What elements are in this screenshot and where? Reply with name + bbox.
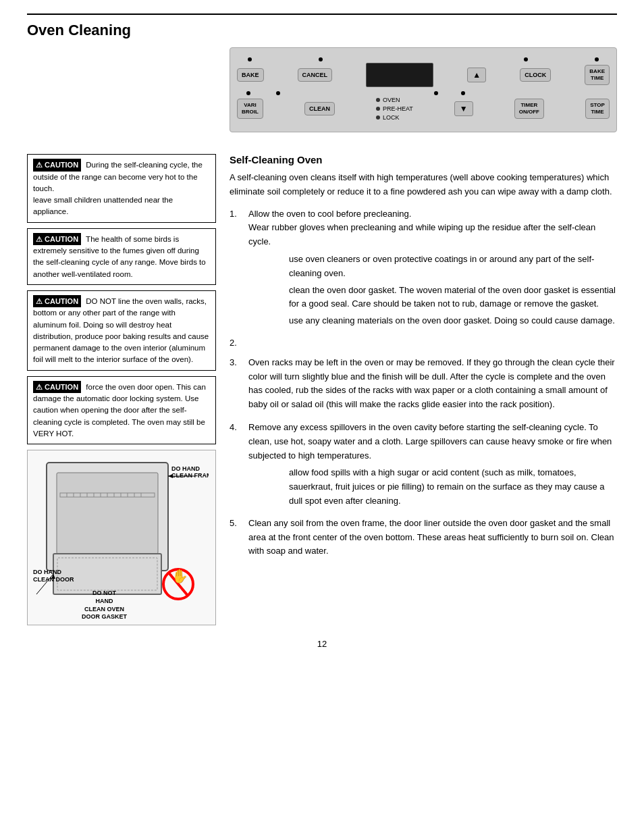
step-4-sub-1: allow food spills with a high sugar or a… (248, 466, 617, 508)
caution-box-2: ⚠CAUTION The health of some birds is ext… (27, 228, 216, 285)
step-4: 4. Remove any excess spillovers in the o… (230, 421, 617, 511)
bake-time-button[interactable]: BAKETIME (585, 65, 610, 84)
dot-clock (524, 57, 528, 61)
svg-text:✋: ✋ (171, 568, 188, 584)
caution-label-1: ⚠CAUTION (33, 159, 81, 172)
dot-clean (276, 91, 280, 95)
dot-timer (434, 91, 438, 95)
lock-indicator: LOCK (376, 114, 413, 121)
step-5: 5. Clean any soil from the oven frame, t… (230, 517, 617, 562)
display-screen (366, 63, 433, 87)
dot-cancel (319, 57, 323, 61)
page-number: 12 (27, 639, 617, 649)
dot-varibroil (246, 91, 250, 95)
left-content: ⚠CAUTION During the self-cleaning cycle,… (27, 154, 216, 625)
right-column: BAKE CANCEL ▲ CLOCK BAKETIME VARIBROIL C… (230, 47, 617, 142)
self-cleaning-intro: A self-cleaning oven cleans itself with … (230, 171, 617, 199)
preheat-label: PRE-HEAT (383, 105, 413, 112)
caution-box-3: ⚠CAUTION DO NOT line the oven walls, rac… (27, 290, 216, 371)
page-title: Oven Cleaning (27, 22, 617, 39)
caution-label-3: ⚠CAUTION (33, 295, 81, 308)
timer-on-off-button[interactable]: TIMERON/OFF (514, 99, 544, 118)
up-arrow-button[interactable]: ▲ (467, 68, 486, 82)
preheat-indicator: PRE-HEAT (376, 105, 413, 112)
dot-stoptime (461, 91, 465, 95)
label-hand-clean-door: DO HANDCLEAN DOOR (33, 569, 74, 584)
top-section: BAKE CANCEL ▲ CLOCK BAKETIME VARIBROIL C… (27, 47, 617, 142)
step-2: 2. (230, 336, 617, 350)
clock-button[interactable]: CLOCK (520, 68, 551, 82)
caution-triangle-2: ⚠ (36, 234, 43, 245)
down-arrow-button[interactable]: ▼ (454, 101, 473, 116)
step-num-5: 5. (230, 517, 243, 562)
step-1-sub-3: use any cleaning materials on the oven d… (248, 314, 617, 328)
control-panel-diagram: BAKE CANCEL ▲ CLOCK BAKETIME VARIBROIL C… (230, 47, 617, 132)
lock-dot (376, 115, 380, 120)
main-content: ⚠CAUTION During the self-cleaning cycle,… (27, 154, 617, 625)
step-content-1: Allow the oven to cool before precleanin… (248, 207, 617, 331)
caution-triangle-1: ⚠ (36, 159, 43, 171)
svg-rect-1 (57, 473, 158, 554)
step-content-3: Oven racks may be left in the oven or ma… (248, 356, 617, 415)
panel-row-2: VARIBROIL CLEAN OVEN PRE-HEAT LOCK (237, 97, 610, 121)
step-num-1: 1. (230, 207, 243, 331)
svg-text:CLEAN FRAME: CLEAN FRAME (171, 472, 209, 479)
step-4-line-1: Remove any excess spillovers in the oven… (248, 421, 617, 463)
step-1-sub-2: clean the oven door gasket. The woven ma… (248, 284, 617, 312)
preheat-dot (376, 107, 380, 111)
oven-diagram: ✋ DO HAND CLEAN FRAME DO HANDCLEAN DOOR … (27, 450, 216, 625)
oven-label: OVEN (383, 97, 400, 103)
dot-bake (248, 57, 252, 61)
top-dots-row (237, 57, 610, 61)
caution-triangle-4: ⚠ (36, 382, 43, 393)
clean-button[interactable]: CLEAN (304, 102, 335, 116)
label-do-not-hand-clean: DO NOTHANDCLEAN OVENDOOR GASKET (82, 590, 127, 621)
lock-label: LOCK (383, 114, 400, 121)
steps-list: 1. Allow the oven to cool before preclea… (230, 207, 617, 563)
caution-label-4: ⚠CAUTION (33, 381, 81, 394)
step-num-3: 3. (230, 356, 243, 415)
bake-button[interactable]: BAKE (237, 68, 264, 82)
svg-text:DO HAND: DO HAND (171, 465, 200, 472)
caution-triangle-3: ⚠ (36, 296, 43, 307)
oven-indicator: OVEN (376, 97, 413, 103)
step-content-4: Remove any excess spillovers in the oven… (248, 421, 617, 511)
step-1: 1. Allow the oven to cool before preclea… (230, 207, 617, 331)
step-num-2: 2. (230, 336, 243, 350)
panel-row-1: BAKE CANCEL ▲ CLOCK BAKETIME (237, 63, 610, 87)
step-1-line-1: Allow the oven to cool before precleanin… (248, 207, 617, 249)
step-5-line-1: Clean any soil from the oven frame, the … (248, 517, 617, 558)
right-content: Self-Cleaning Oven A self-cleaning oven … (230, 154, 617, 625)
step-num-4: 4. (230, 421, 243, 511)
self-cleaning-title: Self-Cleaning Oven (230, 154, 617, 165)
step-3-line-1: Oven racks may be left in the oven or ma… (248, 356, 617, 412)
caution-label-2: ⚠CAUTION (33, 233, 81, 246)
cancel-button[interactable]: CANCEL (298, 68, 333, 82)
caution-box-4: ⚠CAUTION force the oven door open. This … (27, 376, 216, 445)
caution-box-1: ⚠CAUTION During the self-cleaning cycle,… (27, 154, 216, 223)
top-border (27, 14, 617, 15)
dot-baketime (595, 57, 599, 61)
stop-time-button[interactable]: STOPTIME (585, 99, 610, 118)
step-3: 3. Oven racks may be left in the oven or… (230, 356, 617, 415)
oven-dot (376, 98, 380, 102)
vari-broil-button[interactable]: VARIBROIL (237, 99, 263, 118)
top-dots-row2 (237, 91, 610, 95)
caution-text-3: DO NOT line the oven walls, racks, botto… (33, 297, 209, 364)
step-content-2 (248, 336, 617, 350)
indicator-group: OVEN PRE-HEAT LOCK (376, 97, 413, 121)
step-content-5: Clean any soil from the oven frame, the … (248, 517, 617, 562)
step-1-sub-1: use oven cleaners or oven protective coa… (248, 253, 617, 281)
left-column (27, 47, 216, 142)
